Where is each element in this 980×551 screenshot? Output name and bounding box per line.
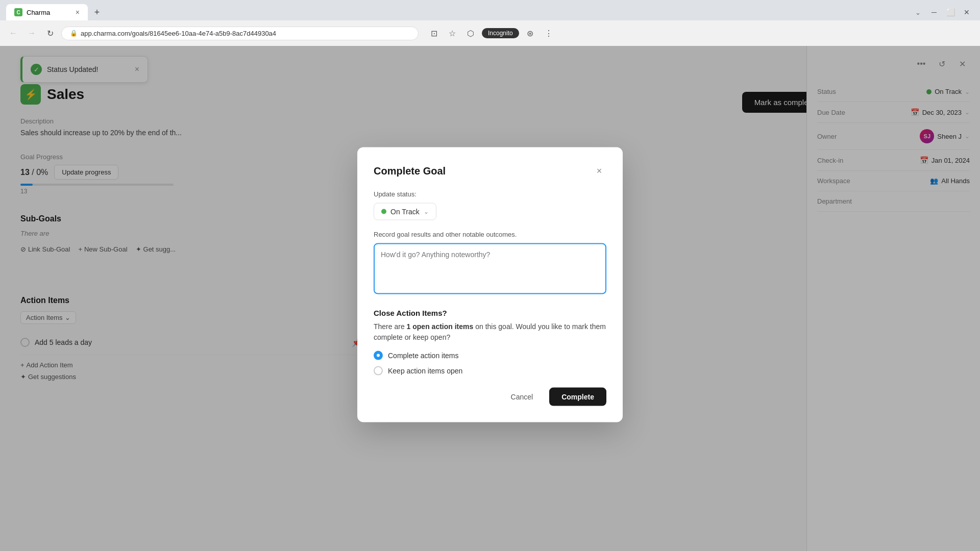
incognito-label: Incognito — [482, 28, 519, 38]
menu-icon[interactable]: ⋮ — [542, 26, 556, 40]
browser-actions: ⊡ ☆ ⬡ Incognito ⊛ ⋮ — [427, 26, 556, 40]
record-label: Record goal results and other notable ou… — [374, 231, 606, 238]
cancel-button[interactable]: Cancel — [501, 388, 544, 406]
page-content: ✓ Status Updated! × Mark as complete ⚡ S… — [0, 46, 980, 551]
desc-part1: There are — [374, 322, 407, 331]
cast-icon[interactable]: ⊡ — [427, 26, 441, 40]
status-dropdown-label: On Track — [390, 208, 420, 216]
update-status-label: Update status: — [374, 190, 606, 198]
modal-title: Complete Goal — [374, 165, 446, 177]
lock-icon: 🔒 — [70, 30, 78, 37]
goal-results-textarea[interactable] — [374, 243, 606, 294]
tab-close-button[interactable]: × — [76, 8, 80, 16]
tab-favicon: C — [14, 8, 22, 16]
radio-keep-label: Keep action items open — [388, 367, 462, 375]
maximize-button[interactable]: ⬜ — [943, 5, 958, 19]
tab-search-dropdown[interactable]: ⌄ — [911, 9, 925, 16]
status-green-dot-icon — [381, 209, 386, 214]
tab-label: Charma — [27, 9, 50, 16]
close-action-desc: There are 1 open action items on this go… — [374, 321, 606, 343]
forward-button[interactable]: → — [24, 26, 39, 40]
close-action-items-label: Close Action Items? — [374, 309, 606, 317]
active-tab[interactable]: C Charma × — [6, 4, 88, 20]
radio-complete-label: Complete action items — [388, 352, 459, 360]
modal-close-button[interactable]: × — [592, 164, 606, 178]
url-text: app.charma.com/goals/81645ee6-10aa-4e74-… — [81, 30, 276, 37]
radio-keep-icon — [374, 366, 383, 375]
radio-complete-icon — [374, 351, 383, 360]
extensions-icon[interactable]: ⬡ — [463, 26, 478, 40]
close-window-button[interactable]: ✕ — [960, 5, 974, 19]
new-tab-button[interactable]: + — [90, 5, 104, 19]
desc-bold: 1 open action items — [407, 322, 474, 331]
complete-goal-modal: Complete Goal × Update status: On Track … — [357, 147, 623, 422]
dropdown-chevron-icon: ⌄ — [424, 208, 429, 215]
profile-icon[interactable]: ⊛ — [523, 26, 537, 40]
address-bar: ← → ↻ 🔒 app.charma.com/goals/81645ee6-10… — [0, 20, 980, 46]
modal-footer: Cancel Complete — [374, 388, 606, 406]
url-bar[interactable]: 🔒 app.charma.com/goals/81645ee6-10aa-4e7… — [61, 27, 419, 40]
tab-bar: C Charma × + ⌄ ─ ⬜ ✕ — [0, 0, 980, 20]
refresh-button[interactable]: ↻ — [43, 26, 57, 40]
bookmark-icon[interactable]: ☆ — [445, 26, 459, 40]
back-button[interactable]: ← — [6, 26, 20, 40]
complete-button[interactable]: Complete — [549, 388, 606, 406]
keep-action-items-radio[interactable]: Keep action items open — [374, 366, 606, 375]
complete-action-items-radio[interactable]: Complete action items — [374, 351, 606, 360]
modal-header: Complete Goal × — [374, 164, 606, 178]
browser-chrome: C Charma × + ⌄ ─ ⬜ ✕ ← → ↻ 🔒 app.charma.… — [0, 0, 980, 46]
status-dropdown[interactable]: On Track ⌄ — [374, 203, 436, 220]
minimize-button[interactable]: ─ — [927, 5, 941, 19]
